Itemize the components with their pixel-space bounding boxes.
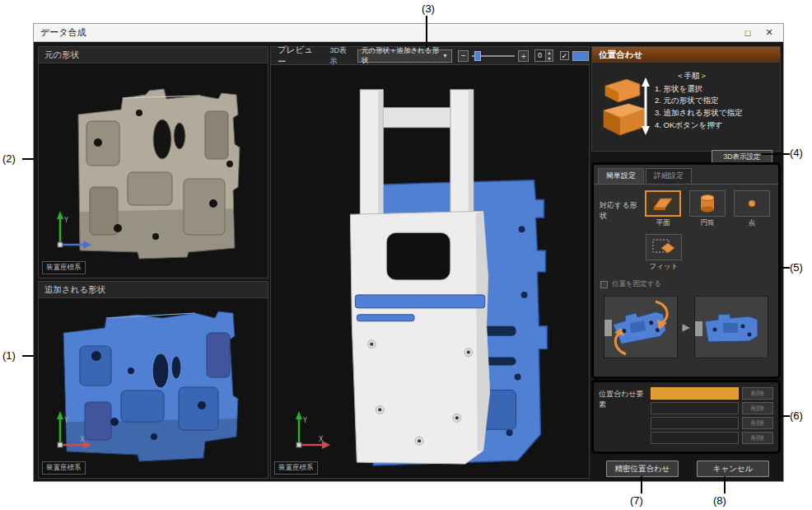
- alignment-header: 位置合わせ: [591, 46, 781, 63]
- cylinder-icon: [698, 193, 717, 214]
- value-spinner[interactable]: 0: [534, 49, 553, 62]
- shape-plane-label: 平面: [641, 218, 685, 228]
- original-shape-panel: 元の形状: [38, 46, 268, 278]
- settings-tabs: 簡単設定 詳細設定: [594, 165, 778, 185]
- list-item: 削除: [651, 432, 773, 444]
- alignment-illustration: ▶: [594, 296, 778, 358]
- svg-text:X: X: [80, 436, 85, 443]
- cancel-button[interactable]: キャンセル: [697, 461, 769, 477]
- callout-5: (5): [790, 261, 803, 274]
- steps-heading: ＜手順＞: [676, 70, 742, 82]
- coord-system-chip: 装置座標系: [42, 461, 86, 475]
- element-row-2[interactable]: [651, 402, 739, 414]
- page: (3) (2) (1) (4) (5) (6) (7) (8) データ合成 □ …: [0, 0, 812, 510]
- spinner-value: 0: [538, 51, 542, 59]
- elements-label: 位置合わせ要素: [599, 387, 646, 447]
- model-color-swatch[interactable]: [572, 51, 589, 61]
- added-shape-viewport[interactable]: Y X 装置座標系: [39, 298, 268, 478]
- display-mode-dropdown[interactable]: 元の形状＋追加される形状 ▼: [357, 49, 452, 63]
- simple-settings-region: 簡単設定 詳細設定 対応する形状 平面: [591, 162, 781, 379]
- preview-title: プレビュー: [278, 44, 318, 68]
- step-4: 4. OKボタンを押す: [655, 119, 742, 132]
- zoom-slider[interactable]: [472, 50, 515, 62]
- shape-point-label: 点: [730, 218, 774, 228]
- coord-system-chip: 装置座標系: [42, 261, 86, 274]
- preview-viewport[interactable]: Y X 装置座標系: [271, 65, 589, 478]
- callout-4-line: [762, 153, 790, 155]
- shape-fit-button[interactable]: [646, 234, 682, 260]
- check-icon: ✓: [562, 52, 568, 60]
- element-delete-button[interactable]: 削除: [742, 417, 773, 429]
- illustration-before: [604, 296, 678, 358]
- shape-cylinder-button[interactable]: [689, 190, 726, 217]
- callout-6-line: [779, 415, 790, 417]
- title-bar: データ合成 □ ✕: [34, 24, 783, 42]
- display-mode-label: 3D表示: [329, 45, 352, 67]
- callout-7: (7): [630, 494, 643, 507]
- tab-detail-settings[interactable]: 詳細設定: [646, 168, 692, 184]
- preview-toolbar: プレビュー 3D表示 元の形状＋追加される形状 ▼ − ＋ 0: [271, 47, 589, 65]
- axis-triad: Y X: [50, 409, 93, 456]
- precise-alignment-button[interactable]: 精密位置合わせ: [606, 461, 679, 477]
- original-shape-title: 元の形状: [39, 47, 268, 63]
- original-shape-viewport[interactable]: Y 装置座標系: [39, 63, 268, 278]
- svg-text:Y: Y: [63, 217, 68, 224]
- fit-icon: [651, 237, 676, 257]
- merge-shapes-icon: [599, 74, 651, 140]
- alignment-elements-region: 位置合わせ要素 削除 削除 削除: [591, 380, 781, 454]
- shape-point-button[interactable]: [734, 190, 770, 217]
- element-row-4[interactable]: [651, 432, 739, 444]
- axis-triad: Y X: [289, 409, 332, 456]
- callout-6: (6): [790, 409, 803, 422]
- tab-simple-settings[interactable]: 簡単設定: [598, 168, 644, 184]
- point-icon: [744, 195, 760, 212]
- color-checkbox[interactable]: ✓: [560, 51, 568, 60]
- callout-7-line: [641, 476, 642, 494]
- element-row-1[interactable]: [651, 387, 739, 400]
- callout-1: (1): [2, 349, 16, 362]
- fix-position-row: 位置を固定する: [594, 272, 778, 289]
- spinner-down-icon[interactable]: [546, 56, 553, 62]
- svg-text:Y: Y: [302, 417, 307, 424]
- shape-select-label: 対応する形状: [596, 190, 641, 228]
- zoom-out-button[interactable]: −: [458, 50, 469, 62]
- callout-1-line: [22, 355, 34, 357]
- callout-5-line: [779, 267, 790, 269]
- element-delete-button[interactable]: 削除: [742, 402, 773, 414]
- added-shape-title: 追加される形状: [39, 282, 268, 298]
- callout-8: (8): [713, 494, 726, 507]
- svg-text:X: X: [319, 436, 324, 443]
- step-1: 1. 形状を選択: [655, 83, 742, 96]
- instructions-box: ＜手順＞ 1. 形状を選択 2. 元の形状で指定 3. 追加される形状で指定 4…: [591, 63, 781, 152]
- close-button[interactable]: ✕: [758, 27, 780, 38]
- preview-panel: プレビュー 3D表示 元の形状＋追加される形状 ▼ − ＋ 0: [270, 46, 590, 479]
- shape-fit-label: フィット: [642, 262, 686, 272]
- arrow-right-icon: ▶: [682, 321, 689, 333]
- element-delete-button[interactable]: 削除: [742, 387, 773, 400]
- list-item: 削除: [651, 417, 773, 429]
- fit-row: フィット: [594, 234, 778, 272]
- shape-cylinder-label: 円筒: [685, 218, 730, 228]
- chevron-down-icon: ▼: [442, 53, 448, 58]
- step-2: 2. 元の形状で指定: [655, 95, 742, 107]
- window-title: データ合成: [40, 26, 86, 39]
- callout-8-line: [724, 476, 726, 494]
- added-shape-panel: 追加される形状: [38, 281, 268, 479]
- step-3: 3. 追加される形状で指定: [655, 107, 742, 119]
- zoom-in-button[interactable]: ＋: [518, 50, 529, 62]
- elements-list: 削除 削除 削除 削除: [651, 387, 773, 447]
- element-row-3[interactable]: [651, 417, 739, 429]
- 3d-display-settings-button[interactable]: 3D表示設定: [712, 150, 772, 163]
- element-delete-button[interactable]: 削除: [742, 432, 773, 444]
- fix-position-label: 位置を固定する: [612, 279, 661, 289]
- shape-plane-button[interactable]: [645, 190, 681, 217]
- shape-select-row: 対応する形状 平面: [594, 185, 778, 228]
- app-window: データ合成 □ ✕ 元の形状: [33, 23, 784, 482]
- list-item: 削除: [651, 402, 773, 414]
- slider-handle[interactable]: [474, 51, 481, 61]
- maximize-button[interactable]: □: [737, 28, 758, 38]
- fix-position-checkbox[interactable]: [600, 281, 608, 288]
- list-item: 削除: [651, 387, 773, 400]
- alignment-column: 位置合わせ ＜手順＞ 1. 形状を選択: [591, 46, 781, 479]
- callout-2-line: [22, 158, 34, 160]
